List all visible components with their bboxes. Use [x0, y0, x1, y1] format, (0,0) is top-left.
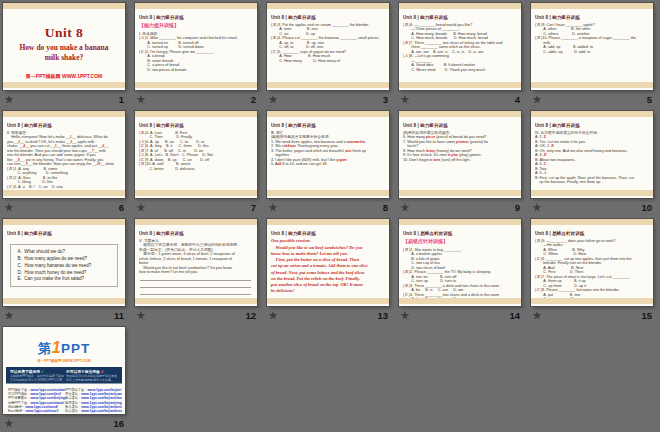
slide-bottom-band — [267, 190, 389, 196]
promo-link[interactable]: www.1ppt.com/kejian/meishu/ — [81, 405, 122, 409]
transition-icon — [136, 311, 146, 320]
slide-number: 4 — [515, 94, 520, 105]
answer-mark: 10 — [97, 162, 101, 167]
answer-mark: C — [9, 184, 12, 189]
answer-mark: atermelon — [349, 139, 365, 144]
promo-link[interactable]: www.1ppt.com/excel/ — [26, 409, 59, 413]
transition-icon — [532, 203, 542, 212]
text-line: ( C )3. A. a B. / C. an D. one — [7, 184, 122, 189]
slide-number: 11 — [114, 310, 124, 321]
text-line: A. be B. is C. are D. am — [403, 297, 518, 299]
slide-thumb-11: Unit 8 | 能力提升训练A. What should we do?B. H… — [3, 219, 125, 323]
text-line: Would you like to eat beef sandwiches? D… — [271, 244, 386, 250]
slide-thumb-8: Unit 8 | 能力提升训练Ⅲ. 词汇(A)根据句意及首字母提示补全单词。1.… — [267, 111, 389, 215]
slide-canvas[interactable]: Unit 8 | 能力提升训练Ⅴ. 书面表达 根据以下英文提示词，将制作牛肉三明… — [135, 219, 257, 306]
text-line: D. How much honey do we need? — [18, 269, 112, 276]
transition-icon — [4, 95, 14, 104]
slide-thumb-14: Unit 8 | 易错点针对训练【易错点针对训练】( D )1. She wan… — [399, 219, 521, 323]
promo-link[interactable]: www.1ppt.com/word/ — [25, 405, 57, 409]
slide-header: Unit 8 | 能力提升训练 — [139, 122, 257, 129]
promo-link[interactable]: www.1ppt.com/kejian/ — [88, 388, 122, 392]
slide-caption-strip: 1 — [3, 92, 125, 106]
slide-canvas[interactable]: Unit 8 | 能力提升训练( B )4. A. Last B. First … — [135, 111, 257, 198]
section-title: 【能力提升训练】 — [139, 22, 257, 29]
slide-canvas[interactable]: Unit 8 | 易错点针对训练【易错点针对训练】( D )1. She wan… — [399, 219, 521, 306]
slide-canvas[interactable]: Unit 8 | 能力提升训练( D )9. Can I have ______… — [531, 3, 653, 90]
slide-caption-strip: 15 — [531, 308, 653, 322]
slide-thumb-12: Unit 8 | 能力提升训练Ⅴ. 书面表达 根据以下英文提示词，将制作牛肉三明… — [135, 219, 257, 323]
promo-link[interactable]: www.1ppt.com/kejian/yuwen/ — [81, 392, 122, 396]
slide-canvas[interactable]: Unit 8 | 能力提升训练(B)用所给词的适当形式填空。6. How man… — [399, 111, 521, 198]
slide-caption-strip: 9 — [399, 200, 521, 214]
transition-icon — [400, 95, 410, 104]
slide-number: 13 — [377, 310, 388, 321]
slide-number: 8 — [383, 202, 388, 213]
slide-caption-strip: 13 — [267, 308, 389, 322]
logo-url-text: 第一PPT模板网 WWW.1PPT.COM — [3, 358, 125, 363]
slide-caption-strip: 14 — [399, 308, 521, 322]
slide-header: Unit 8 | 易错点针对训练 — [403, 230, 521, 237]
slide-header: Unit 8 | 能力提升训练 — [535, 122, 653, 129]
slide-bottom-band — [3, 190, 125, 196]
text-line: C. Never mind D. Thank you very much — [403, 67, 518, 72]
slide-thumb-5: Unit 8 | 能力提升训练( D )9. Can I have ______… — [531, 3, 653, 107]
slide-canvas[interactable]: Unit 8 | 能力提升训练( D )6. —________ bread w… — [399, 3, 521, 90]
slide-header: Unit 8 | 能力提升训练 — [271, 122, 389, 129]
slide-thumb-2: Unit 8 | 能力提升训练【能力提升训练】Ⅰ. 单项选择( A )1. Mi… — [135, 3, 257, 107]
slide-bottom-band — [3, 82, 125, 88]
text-line: be delicious! — [271, 288, 386, 294]
transition-icon — [136, 203, 146, 212]
writing-line — [140, 281, 251, 282]
slide-thumb-1: Unit 8How do you make a bananamilk shake… — [3, 3, 125, 107]
slide-thumb-13: Unit 8 | 能力提升训练One possible version: Wou… — [267, 219, 389, 323]
slide-bottom-band — [135, 298, 257, 304]
slide-canvas[interactable]: 第1PPT第一PPT模板网 WWW.1PPT.COM可以免费下载使用 ✔本站所有… — [3, 327, 125, 414]
slide-canvas[interactable]: Unit 8 | 能力提升训练Ⅲ. 词汇(A)根据句意及首字母提示补全单词。1.… — [267, 111, 389, 198]
slide-canvas[interactable]: Unit 8 | 能力提升训练One possible version: Wou… — [267, 219, 389, 306]
promo-link[interactable]: www.1ppt.com/kejian/yingyu/ — [81, 400, 122, 404]
slide-canvas[interactable]: Unit 8 | 能力提升训练【能力提升训练】Ⅰ. 单项选择( A )1. Mi… — [135, 3, 257, 90]
transition-icon — [268, 203, 278, 212]
promo-link[interactable]: www.1ppt.com/xiazai/ — [31, 400, 64, 404]
text-line: put another slice of bread on the top. O… — [271, 282, 386, 288]
slide-thumb-7: Unit 8 | 能力提升训练( B )4. A. Last B. First … — [135, 111, 257, 215]
slide-header: Unit 8 | 能力提升训练 — [271, 14, 389, 21]
text-line: on the bread. Put the relish on the beef… — [271, 276, 386, 282]
slide-header: Unit 8 | 能力提升训练 — [403, 122, 521, 129]
slide-bottom-band — [531, 190, 653, 196]
slide-bottom-band — [531, 82, 653, 88]
slide-caption-strip: 8 — [267, 200, 389, 214]
transition-icon — [400, 311, 410, 320]
text-line: A. What should we do? — [18, 249, 112, 256]
text-line: C. pour D. carry — [535, 297, 650, 299]
slide-canvas[interactable]: Unit 8 | 能力提升训练( B )3. Put the apples an… — [267, 3, 389, 90]
source-site-text: 第一PPT模板网 WWW.1PPT.COM — [3, 73, 125, 80]
writing-line — [140, 295, 251, 296]
slide-caption-strip: 7 — [135, 200, 257, 214]
slide-thumb-16: 第1PPT第一PPT模板网 WWW.1PPT.COM可以免费下载使用 ✔本站所有… — [3, 327, 125, 431]
slide-canvas[interactable]: Unit 8 | 能力提升训练Ⅱ. 完形填空 Hello, everyone! … — [3, 111, 125, 198]
text-line: cut up an onion and a tomato. Add them t… — [271, 263, 386, 269]
slide-number: 6 — [119, 202, 124, 213]
slide-canvas[interactable]: Unit 8 | 能力提升训练A. What should we do?B. H… — [3, 219, 125, 306]
promo-link[interactable]: www.1ppt.com/kejian/shuxue/ — [81, 396, 122, 400]
text-line: C. How many bananas do we need? — [18, 262, 112, 269]
promo-link[interactable]: www.1ppt.com/moban/ — [31, 388, 65, 392]
promo-link[interactable]: www.1ppt.com/jieri/ — [31, 392, 61, 396]
slide-thumb-15: Unit 8 | 易错点针对训练( D )5. —________ does y… — [531, 219, 653, 323]
promo-link-row: 科学课件：www.1ppt.com/kejian/kexue/ — [65, 409, 122, 413]
promo-link[interactable]: www.1ppt.com/kejian/kexue/ — [81, 409, 122, 413]
slide-number: 1 — [119, 94, 124, 105]
answer-mark: potatoes — [456, 139, 469, 144]
promo-link[interactable]: www.1ppt.com/beijing/ — [31, 396, 65, 400]
slide-thumb-3: Unit 8 | 能力提升训练( B )3. Put the apples an… — [267, 3, 389, 107]
slide-bottom-band — [135, 190, 257, 196]
slide-canvas[interactable]: Unit 8 | 易错点针对训练( D )5. —________ does y… — [531, 219, 653, 306]
slide-canvas[interactable]: Unit 8 | 能力提升训练Ⅳ. 从方框中选择适当的句子补全对话。A: 1. … — [531, 111, 653, 198]
transition-icon — [268, 95, 278, 104]
transition-icon — [136, 95, 146, 104]
slide-canvas[interactable]: Unit 8How do you make a bananamilk shake… — [3, 3, 125, 90]
slide-caption-strip: 16 — [3, 416, 125, 430]
cross-icon: ✘ — [101, 369, 104, 374]
slide-number: 2 — [251, 94, 256, 105]
